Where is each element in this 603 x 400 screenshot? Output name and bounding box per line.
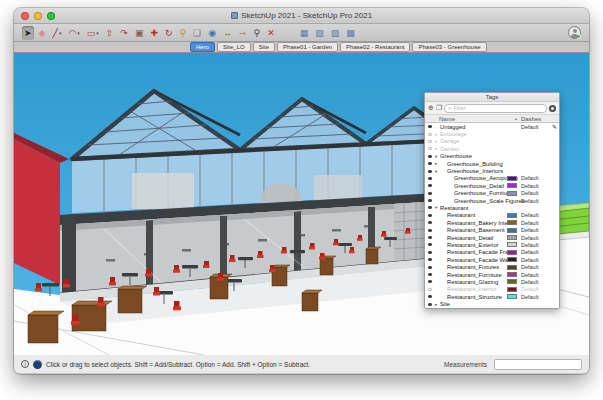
visibility-eye-icon[interactable] [425,192,435,195]
share-component-tool-icon[interactable]: ▨ [329,26,342,40]
details-gear-icon[interactable] [549,105,556,112]
tag-row[interactable]: Restaurant_InteriorDefault [425,286,559,293]
column-header-name[interactable]: Name [425,116,515,122]
tag-row[interactable]: ▸Site [425,300,559,307]
visibility-eye-icon[interactable] [425,288,435,291]
tag-row[interactable]: Restaurant_GlazingDefault [425,278,559,285]
visibility-eye-icon[interactable] [425,258,435,261]
tag-dashes-value[interactable]: Default [521,220,551,226]
tag-row[interactable]: Greenhouse_DetailDefault [425,182,559,189]
tag-filter-field[interactable]: ⌕ [444,104,547,113]
push-pull-tool-icon[interactable]: ⇧ [104,26,116,40]
info-icon[interactable]: i [21,360,29,368]
visibility-eye-icon[interactable] [425,125,435,128]
tag-row[interactable]: Restaurant_StructureDefault [425,293,559,300]
visibility-eye-icon[interactable] [425,295,435,298]
visibility-eye-icon[interactable] [425,266,435,269]
scene-tab-phase01-garden[interactable]: Phase01 - Garden [277,42,338,52]
visibility-eye-icon[interactable] [425,214,435,217]
account-icon[interactable] [568,26,581,39]
tag-color-swatch[interactable] [507,272,517,277]
tag-color-swatch[interactable] [507,257,517,262]
visibility-eye-icon[interactable] [425,155,435,158]
tag-dashes-value[interactable]: Default [521,183,551,189]
add-tag-icon[interactable]: ⊕ [428,103,434,113]
line-tool-icon[interactable]: ╱▾ [50,26,63,40]
zoom-tool-icon[interactable]: ⚲ [252,26,263,40]
tape-measure-tool-icon[interactable]: ⚲ [178,26,189,40]
tag-dashes-value[interactable]: Default [521,294,551,300]
scene-tab-site-lo[interactable]: Site_LO [217,42,251,52]
tag-filter-input[interactable] [454,105,543,111]
tag-color-swatch[interactable] [507,279,517,284]
tag-color-swatch[interactable] [507,176,517,181]
orbit-tool-icon[interactable]: ◉ [206,26,218,40]
tag-row[interactable]: UntaggedDefault✎ [425,123,559,130]
tag-color-swatch[interactable] [507,228,517,233]
visibility-eye-icon[interactable] [425,199,435,202]
tag-row[interactable]: Restaurant_FurnitureDefault [425,271,559,278]
tag-dashes-value[interactable]: Default [521,190,551,196]
tag-color-swatch[interactable] [507,242,517,247]
tag-row[interactable]: Greenhouse_FurnitureDefault [425,190,559,197]
offset-tool-icon[interactable]: ▣ [133,26,146,40]
measurements-input[interactable] [494,359,582,370]
extension-warehouse-tool-icon[interactable]: ▩ [344,26,357,40]
eraser-tool-icon[interactable]: ◆ [37,26,48,40]
tag-dashes-value[interactable]: Default [521,227,551,233]
tag-row[interactable]: Greenhouse_Scale FiguresDefault [425,197,559,204]
tag-dashes-value[interactable]: Default [521,175,551,181]
scene-tab-phase02-restaurant[interactable]: Phase02 - Restaurant [340,42,410,52]
follow-me-tool-icon[interactable]: ↷ [118,26,130,40]
tag-color-swatch[interactable] [507,294,517,299]
tag-row[interactable]: ▸Entourage [425,130,559,137]
tag-row[interactable]: ▸Greenhouse_Building [425,160,559,167]
tag-color-swatch[interactable] [507,250,517,255]
visibility-eye-icon[interactable] [425,170,435,173]
tag-row[interactable]: Restaurant_BasementDefault [425,226,559,233]
tag-dashes-value[interactable]: Default [521,286,551,292]
text-callout-tool-icon[interactable]: ❏ [191,26,203,40]
tag-row[interactable]: Restaurant_Facade WallDefault [425,256,559,263]
tag-dashes-value[interactable]: Default [521,272,551,278]
visibility-eye-icon[interactable] [425,273,435,276]
tag-row[interactable]: Restaurant_ExteriorDefault [425,241,559,248]
visibility-eye-icon[interactable] [425,221,435,224]
tag-color-swatch[interactable] [507,265,517,270]
tag-row[interactable]: Restaurant_DetailDefault [425,234,559,241]
visibility-eye-icon[interactable] [425,177,435,180]
tag-row[interactable]: ▸Garage [425,138,559,145]
visibility-eye-icon[interactable] [425,162,435,165]
title-bar[interactable]: SketchUp 2021 - SketchUp Pro 2021 [14,8,589,24]
column-header-dashes[interactable]: Dashes [521,116,559,122]
zoom-extents-tool-icon[interactable]: ✕ [265,26,277,40]
visibility-eye-icon[interactable] [425,206,435,209]
select-tool-icon[interactable]: ➤ [22,26,34,40]
pan-tool-icon[interactable]: ↔ [221,26,234,40]
scene-tab-hero[interactable]: Hero [190,42,215,52]
tag-row[interactable]: ▾Greenhouse_Interiors [425,167,559,174]
tag-dashes-value[interactable]: Default [521,198,551,204]
geolocation-icon[interactable] [33,360,42,369]
tag-dashes-value[interactable]: Default [521,212,551,218]
tag-row[interactable]: Restaurant_Facade FrameDefault [425,249,559,256]
visibility-eye-icon[interactable] [425,140,435,143]
tag-row[interactable]: ▾Restaurant [425,204,559,211]
tag-row[interactable]: ▸Garden [425,145,559,152]
scene-tab-phase03-greenhouse[interactable]: Phase03 - Greenhouse [412,42,486,52]
visibility-eye-icon[interactable] [425,147,435,150]
tag-color-swatch[interactable] [507,287,517,292]
tag-row[interactable]: ▾Greenhouse [425,153,559,160]
visibility-eye-icon[interactable] [425,133,435,136]
share-model-tool-icon[interactable]: ▧ [313,26,326,40]
tag-color-swatch[interactable] [507,213,517,218]
tag-color-swatch[interactable] [507,235,517,240]
tag-dashes-value[interactable]: Default [521,264,551,270]
tag-dashes-value[interactable]: Default [521,257,551,263]
tag-color-swatch[interactable] [507,183,517,188]
tag-row[interactable]: Restaurant_Bakery InteriorDefault [425,219,559,226]
tag-dashes-value[interactable]: Default [521,242,551,248]
arc-tool-icon[interactable]: ◠▾ [66,26,81,40]
tag-dashes-value[interactable]: Default [521,249,551,255]
get-models-tool-icon[interactable]: ▦ [298,26,311,40]
